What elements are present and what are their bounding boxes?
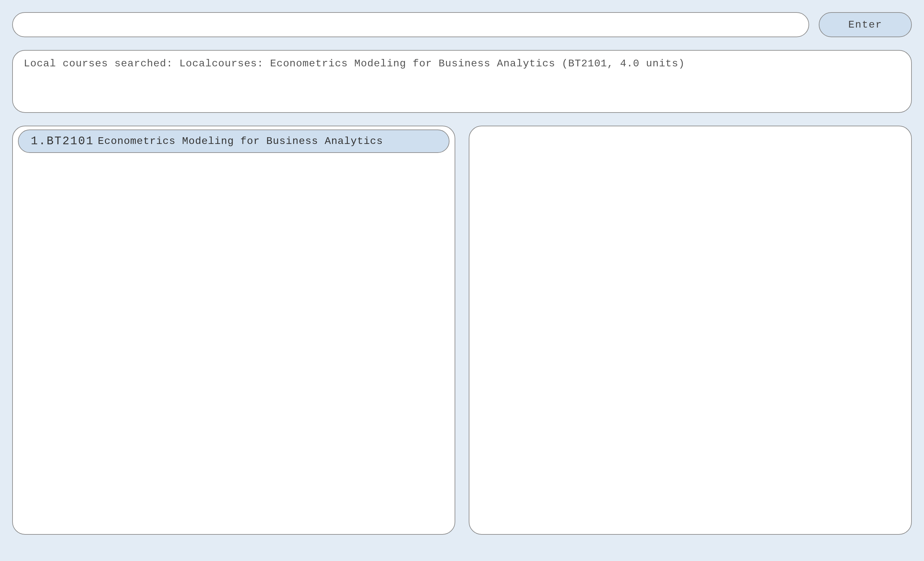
course-index-code: 1.BT2101 bbox=[31, 135, 94, 148]
status-text: Local courses searched: Localcourses: Ec… bbox=[24, 58, 685, 70]
search-input[interactable] bbox=[12, 12, 809, 37]
course-item[interactable]: 1.BT2101 Econometrics Modeling for Busin… bbox=[18, 130, 450, 153]
status-panel: Local courses searched: Localcourses: Ec… bbox=[12, 50, 912, 113]
left-results-panel: 1.BT2101 Econometrics Modeling for Busin… bbox=[12, 126, 455, 535]
course-title: Econometrics Modeling for Business Analy… bbox=[98, 135, 383, 147]
right-details-panel bbox=[469, 126, 912, 535]
enter-button[interactable]: Enter bbox=[819, 12, 912, 37]
